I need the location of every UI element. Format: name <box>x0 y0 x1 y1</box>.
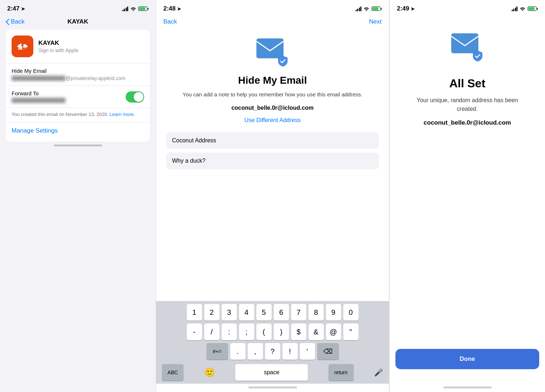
time-3: 2:49 ➤ <box>397 5 415 12</box>
key-semicolon[interactable]: ; <box>239 324 254 340</box>
key-dollar[interactable]: $ <box>291 324 306 340</box>
key-4[interactable]: 4 <box>239 304 254 321</box>
location-icon-2: ➤ <box>177 6 181 12</box>
hide-email-row: Hide My Email XXXXXXXXXXXXXXXX@privatere… <box>12 63 144 86</box>
key-colon[interactable]: : <box>222 324 237 340</box>
back-button-1[interactable]: Back <box>6 18 25 25</box>
app-info: KAYAK Sign in with Apple <box>38 39 79 53</box>
key-space[interactable]: space <box>235 364 308 381</box>
done-button[interactable]: Done <box>395 349 539 369</box>
key-abc[interactable]: ABC <box>162 364 184 381</box>
key-apostrophe[interactable]: ' <box>300 343 315 360</box>
hide-email-icon-wrap <box>256 38 289 67</box>
signal-icon-2 <box>356 7 362 11</box>
all-set-email: coconut_belle.0r@icloud.com <box>424 119 511 126</box>
keyboard-row-3: #+= . , ? ! ' ⌫ <box>158 343 387 360</box>
app-name: KAYAK <box>38 39 79 47</box>
key-ampersand[interactable]: & <box>309 324 324 340</box>
key-minus[interactable]: - <box>187 324 202 340</box>
nav-title-1: KAYAK <box>67 18 88 25</box>
all-set-desc: Your unique, random address has been cre… <box>417 96 518 113</box>
hide-email-content: Hide My Email You can add a note to help… <box>156 30 389 301</box>
nav-bar-1: Back KAYAK <box>0 15 156 30</box>
key-0[interactable]: 0 <box>343 304 359 321</box>
key-9[interactable]: 9 <box>326 304 341 321</box>
time-1: 2:47 ➤ <box>7 5 25 12</box>
screen-2: 2:48 ➤ Back Next <box>156 0 389 392</box>
label-input[interactable] <box>166 132 379 149</box>
hide-email-title: Hide My Email <box>238 75 307 86</box>
key-7[interactable]: 7 <box>291 304 306 321</box>
wifi-icon-3 <box>520 7 525 11</box>
done-btn-wrap: Done <box>390 340 545 384</box>
hide-email-label: Hide My Email <box>12 68 144 74</box>
signal-icon-3 <box>512 7 518 11</box>
keyboard-row-1: 1 2 3 4 5 6 7 8 9 0 <box>158 304 387 321</box>
mic-icon: 🎤 <box>374 368 383 377</box>
status-bar-2: 2:48 ➤ <box>156 0 389 15</box>
key-1[interactable]: 1 <box>187 304 202 321</box>
key-3[interactable]: 3 <box>222 304 237 321</box>
location-icon: ➤ <box>21 6 25 12</box>
key-return[interactable]: return <box>328 364 354 381</box>
hide-email-value: XXXXXXXXXXXXXXXX@privaterelay.appleid.co… <box>12 75 144 81</box>
key-at[interactable]: @ <box>326 324 341 340</box>
status-icons-2 <box>356 7 382 11</box>
screen3-content: All Set Your unique, random address has … <box>390 15 545 340</box>
home-indicator-1 <box>54 145 102 146</box>
key-open-paren[interactable]: ( <box>256 324 272 340</box>
email-blurred: XXXXXXXXXXXXXXXX <box>12 76 66 81</box>
keyboard-bottom-row: ABC 🙂 space return 🎤 <box>158 363 387 384</box>
learn-more-link[interactable]: Learn more. <box>110 112 135 117</box>
emoji-icon: 🙂 <box>204 367 215 378</box>
battery-icon <box>138 7 148 11</box>
all-set-title: All Set <box>449 77 486 90</box>
key-5[interactable]: 5 <box>256 304 272 321</box>
key-6[interactable]: 6 <box>274 304 289 321</box>
key-close-paren[interactable]: ) <box>274 324 289 340</box>
key-2[interactable]: 2 <box>204 304 219 321</box>
shield-icon <box>277 55 289 67</box>
status-icons-1 <box>122 7 149 11</box>
use-different-link[interactable]: Use Different Address <box>244 117 301 124</box>
wifi-icon-2 <box>364 7 369 11</box>
screen1-content: ✦ K KAYAK Sign in with Apple Hide My Ema <box>0 30 156 142</box>
app-card: ✦ K KAYAK Sign in with Apple Hide My Ema <box>6 30 150 142</box>
key-8[interactable]: 8 <box>309 304 324 321</box>
battery-icon-3 <box>528 7 538 11</box>
location-icon-3: ➤ <box>411 6 415 12</box>
next-button[interactable]: Next <box>369 18 382 25</box>
key-exclaim[interactable]: ! <box>282 343 298 360</box>
generated-email-2: coconut_belle.0r@icloud.com <box>231 105 314 111</box>
key-question[interactable]: ? <box>265 343 280 360</box>
app-header: ✦ K KAYAK Sign in with Apple <box>12 36 144 57</box>
key-quote[interactable]: " <box>343 324 359 340</box>
home-indicator-2 <box>248 387 297 388</box>
screen-1: 2:47 ➤ Back KAYAK <box>0 0 156 392</box>
battery-icon-2 <box>372 7 382 11</box>
forward-label: Forward To <box>12 90 66 96</box>
hide-email-desc: You can add a note to help you remember … <box>183 91 362 99</box>
keyboard: 1 2 3 4 5 6 7 8 9 0 - / : ; ( ) $ & @ " … <box>156 301 389 384</box>
app-subtitle: Sign in with Apple <box>38 47 79 53</box>
all-set-icon-wrap <box>451 33 484 62</box>
forward-toggle[interactable] <box>126 91 144 103</box>
screen2-nav: Back Next <box>156 15 389 30</box>
screen-3: 2:49 ➤ <box>389 0 545 392</box>
keyboard-row-2: - / : ; ( ) $ & @ " <box>158 324 387 340</box>
wifi-icon <box>130 7 136 11</box>
status-bar-1: 2:47 ➤ <box>0 0 156 15</box>
forward-to-row: Forward To XXXXXXXXXXXXXXXX <box>12 86 144 108</box>
time-2: 2:48 ➤ <box>163 5 181 12</box>
status-icons-3 <box>512 7 538 11</box>
manage-settings-link[interactable]: Manage Settings <box>12 123 144 136</box>
svg-point-3 <box>21 45 24 47</box>
note-input[interactable] <box>166 153 379 169</box>
back-button-2[interactable]: Back <box>163 18 177 25</box>
key-comma[interactable]: , <box>248 343 263 360</box>
key-slash[interactable]: / <box>204 324 219 340</box>
key-period[interactable]: . <box>230 343 246 360</box>
kayak-app-icon: ✦ K <box>12 36 33 57</box>
key-more-symbols[interactable]: #+= <box>206 343 228 360</box>
key-delete[interactable]: ⌫ <box>317 343 339 360</box>
